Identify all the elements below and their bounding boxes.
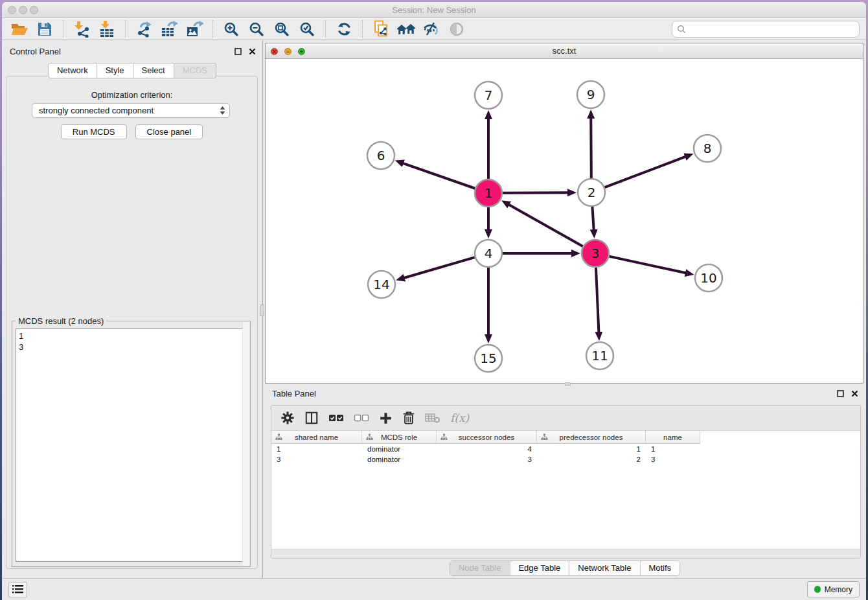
node-3[interactable]: 3	[582, 240, 609, 267]
add-row-button[interactable]	[379, 411, 393, 425]
float-panel-icon[interactable]	[234, 48, 242, 55]
tab-edge-table[interactable]: Edge Table	[509, 561, 569, 575]
maximize-window-button[interactable]	[30, 6, 38, 14]
minimize-window-button[interactable]	[19, 6, 27, 14]
search-input[interactable]	[689, 24, 854, 34]
network-window-titlebar[interactable]: ✕ − + scc.txt	[266, 43, 863, 59]
tab-style[interactable]: Style	[97, 63, 133, 78]
table-cell: dominator	[362, 456, 437, 463]
tab-network[interactable]: Network	[48, 63, 97, 78]
column-header-name[interactable]: name	[646, 431, 700, 444]
node-8[interactable]: 8	[694, 135, 721, 162]
column-header-predecessor-nodes[interactable]: predecessor nodes	[537, 431, 646, 444]
float-table-panel-icon[interactable]	[837, 390, 844, 397]
tab-mcds[interactable]: MCDS	[174, 63, 216, 78]
node-9[interactable]: 9	[577, 81, 604, 108]
zoom-in-button[interactable]	[220, 19, 242, 39]
node-14[interactable]: 14	[368, 271, 395, 298]
tab-network-table[interactable]: Network Table	[569, 561, 639, 575]
svg-text:14: 14	[373, 277, 389, 292]
edge-2-8[interactable]	[605, 156, 687, 187]
edge-1-6[interactable]	[402, 163, 475, 189]
memory-button[interactable]: Memory	[807, 581, 860, 597]
export-table-button[interactable]	[158, 19, 180, 39]
status-bar: Memory	[2, 578, 866, 600]
node-10[interactable]: 10	[695, 264, 722, 292]
svg-text:11: 11	[591, 348, 608, 363]
node-15[interactable]: 15	[475, 345, 502, 372]
run-mcds-button[interactable]: Run MCDS	[61, 124, 127, 139]
select-all-columns-button[interactable]	[328, 412, 344, 424]
app-window: Session: New Session Control	[2, 2, 866, 600]
function-builder-button[interactable]: f(x)	[450, 411, 469, 424]
save-session-button[interactable]	[34, 19, 56, 39]
delete-row-button[interactable]	[402, 411, 415, 425]
zoom-selected-button[interactable]	[296, 19, 318, 39]
node-table-box: f(x) shared nameMCDS rolesuccessor nodes…	[271, 405, 861, 559]
result-scrollbar[interactable]	[242, 322, 249, 566]
tab-node-table[interactable]: Node Table	[450, 561, 510, 575]
edge-3-10[interactable]	[609, 257, 686, 273]
network-window-title: scc.txt	[266, 43, 863, 59]
network-canvas-svg: 7968124314101511	[266, 59, 863, 383]
export-image-button[interactable]	[183, 19, 205, 39]
node-2[interactable]: 2	[578, 179, 605, 206]
node-4[interactable]: 4	[475, 240, 502, 267]
export-network-button[interactable]	[133, 19, 155, 39]
edge-1-2[interactable]	[503, 192, 569, 193]
column-manager-button[interactable]	[304, 411, 319, 425]
open-session-button[interactable]	[8, 19, 30, 39]
first-neighbors-button[interactable]	[395, 19, 417, 39]
import-network-button[interactable]	[71, 19, 93, 39]
table-cell: 3	[271, 456, 362, 463]
edge-3-11[interactable]	[596, 268, 599, 333]
tab-select[interactable]: Select	[133, 63, 174, 78]
network-maximize-button[interactable]: +	[298, 48, 305, 55]
unselect-all-columns-button[interactable]	[354, 412, 369, 424]
network-minimize-button[interactable]: −	[284, 48, 291, 55]
titlebar: Session: New Session	[2, 2, 866, 18]
criterion-dropdown[interactable]: strongly connected component	[32, 103, 230, 118]
clone-network-button[interactable]	[370, 19, 392, 39]
edge-2-9[interactable]	[591, 117, 591, 178]
tab-motifs[interactable]: Motifs	[639, 561, 680, 575]
mcds-result-list[interactable]: 1 3	[16, 329, 247, 562]
network-view-window: ✕ − + scc.txt 7968124314101511	[265, 43, 863, 384]
search-box[interactable]	[672, 21, 860, 38]
close-window-button[interactable]	[8, 6, 16, 14]
main-toolbar	[2, 18, 866, 40]
edge-2-3[interactable]	[592, 207, 593, 231]
save-icon	[37, 21, 52, 37]
table-row[interactable]: 1dominator411	[271, 444, 860, 454]
table-row[interactable]: 3dominator323	[271, 454, 860, 465]
unchecked-boxes-icon	[354, 412, 369, 424]
import-table-button[interactable]	[96, 19, 118, 39]
network-canvas[interactable]: 7968124314101511	[266, 59, 863, 383]
delete-table-icon	[425, 412, 440, 424]
table-cell: 1	[646, 445, 700, 453]
edge-3-1[interactable]	[508, 204, 582, 246]
svg-text:10: 10	[700, 270, 716, 286]
zoom-fit-button[interactable]	[271, 19, 293, 39]
clone-network-icon	[373, 20, 389, 38]
column-header-MCDS-role[interactable]: MCDS role	[362, 431, 437, 444]
node-11[interactable]: 11	[586, 342, 613, 369]
edge-4-14[interactable]	[404, 257, 475, 278]
apply-layout-button[interactable]	[333, 19, 355, 39]
node-7[interactable]: 7	[475, 82, 502, 109]
close-panel-button[interactable]: Close panel	[135, 124, 203, 139]
column-header-successor-nodes[interactable]: successor nodes	[437, 431, 537, 444]
node-6[interactable]: 6	[367, 142, 394, 169]
delete-table-button[interactable]	[425, 412, 440, 424]
column-header-shared-name[interactable]: shared name	[271, 431, 362, 444]
show-all-button[interactable]	[446, 19, 468, 39]
network-close-button[interactable]: ✕	[271, 48, 278, 55]
task-history-button[interactable]	[8, 582, 27, 597]
node-1[interactable]: 1	[475, 179, 502, 207]
zoom-out-button[interactable]	[246, 19, 268, 39]
hide-selected-button[interactable]	[420, 19, 442, 39]
table-settings-button[interactable]	[280, 411, 295, 425]
close-panel-icon[interactable]	[249, 48, 256, 55]
zoom-selected-icon	[299, 21, 315, 37]
close-table-panel-icon[interactable]	[851, 390, 858, 397]
